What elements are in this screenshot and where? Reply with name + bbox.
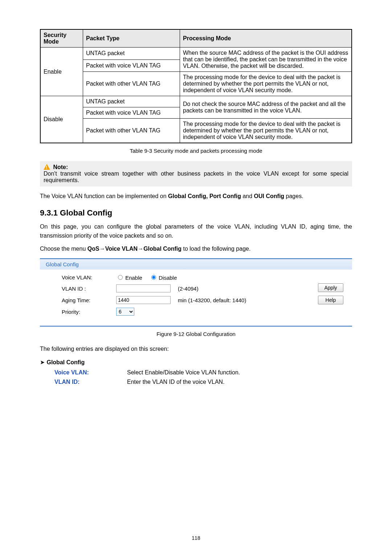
entry-vlan-id-label: VLAN ID: [54,379,127,385]
intro-text-c: and [241,193,254,199]
note-block: Note: Don't transmit voice stream togeth… [40,161,352,186]
note-label: Note: [53,164,68,170]
section-heading: 9.3.1 Global Config [40,208,352,218]
cell-other-vlan-tag: Packet with other VLAN TAG [83,72,180,96]
aging-time-input[interactable] [116,296,171,304]
bullet-global-config: ➤ Global Config [40,359,352,366]
vlan-id-input[interactable] [116,284,171,292]
bullet-arrow-icon: ➤ [40,359,45,366]
th-processing-mode: Processing Mode [180,29,352,48]
intro-paragraph: The Voice VLAN function can be implement… [40,192,352,201]
radio-disable[interactable] [151,275,156,280]
radio-disable-text: Disable [159,275,177,281]
cell-untag: UNTAG packet [83,48,180,60]
cell-pm-enable-1: When the source MAC address of the packe… [180,48,352,72]
intro-text-d: OUI Config [254,193,285,199]
cell-pm-disable-2: The processing mode for the device to de… [180,119,352,143]
intro-text-e: pages. [284,193,303,199]
table-caption: Table 9-3 Security mode and packets proc… [40,148,352,154]
note-text: Don't transmit voice stream together wit… [44,171,348,184]
figure-caption: Figure 9-12 Global Configuration [40,331,352,337]
cell-pm-enable-2: The processing mode for the device to de… [180,72,352,96]
th-packet-type: Packet Type [83,29,180,48]
cell-untag-2: UNTAG packet [83,96,180,107]
priority-select[interactable]: 6 [116,308,134,316]
global-config-panel: Global Config Voice VLAN: Enable Disable… [40,258,352,327]
intro-text-a: The Voice VLAN function can be implement… [40,193,168,199]
voice-vlan-label: Voice VLAN: [62,274,116,280]
menu-line-c: to load the following page. [181,246,250,252]
cell-pm-disable-1: Do not check the source MAC address of t… [180,96,352,119]
radio-disable-label[interactable]: Disable [150,275,177,281]
radio-enable[interactable] [118,275,123,280]
warning-icon [44,164,50,170]
menu-line-a: Choose the menu [40,246,87,252]
section-body: On this page, you can configure the glob… [40,222,352,241]
entry-vlan-id-desc: Enter the VLAN ID of the voice VLAN. [127,379,352,385]
entries-intro: The following entries are displayed on t… [40,344,352,354]
bullet-label: Global Config [46,359,85,365]
cell-voice-vlan-tag: Packet with voice VLAN TAG [83,59,180,72]
entry-voice-vlan-label: Voice VLAN: [54,369,127,376]
th-security-mode: Security Mode [40,29,83,48]
cell-mode-enable: Enable [40,48,83,96]
cell-other-vlan-tag-2: Packet with other VLAN TAG [83,119,180,143]
cell-mode-disable: Disable [40,96,83,143]
aging-time-label: Aging Time: [62,297,116,303]
radio-enable-text: Enable [125,275,142,281]
panel-header: Global Config [40,259,352,270]
vlan-id-label: VLAN ID : [62,286,116,292]
priority-label: Priority: [62,309,116,315]
radio-enable-label[interactable]: Enable [116,275,142,281]
cell-voice-vlan-tag-2: Packet with voice VLAN TAG [83,107,180,119]
aging-time-hint: min (1-43200, default: 1440) [178,297,307,303]
menu-line-b: QoS→Voice VLAN→Global Config [87,246,181,252]
intro-text-b: Global Config, Port Config [168,193,241,199]
apply-button[interactable]: Apply [318,283,343,292]
menu-line: Choose the menu QoS→Voice VLAN→Global Co… [40,244,352,254]
security-table: Security Mode Packet Type Processing Mod… [40,29,352,143]
page-number: 118 [0,535,392,541]
vlan-id-hint: (2-4094) [178,286,307,292]
help-button[interactable]: Help [318,296,343,304]
entry-voice-vlan-desc: Select Enable/Disable Voice VLAN functio… [127,369,352,376]
